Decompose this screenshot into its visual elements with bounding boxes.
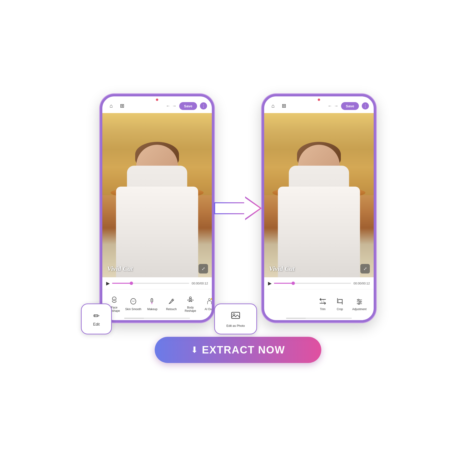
right-time-label: 00:00/00:12 [353, 282, 370, 285]
extract-now-button[interactable]: ⬇ EXTRACT NOW [155, 337, 321, 363]
left-toolbar-ai-outline[interactable]: ♛ AI Ou... [200, 294, 212, 313]
right-phone-notch [302, 96, 336, 103]
adjustment-icon [355, 296, 364, 306]
left-ai-outline-label: AI Ou... [205, 307, 212, 311]
crop-label: Crop [337, 307, 343, 311]
floating-edit-as-photo-button[interactable]: Edit as Photo [214, 304, 257, 334]
right-photo-area: Vivid Cut ⤢ [264, 113, 374, 277]
floating-edit-button[interactable]: ✏ Edit [81, 304, 112, 334]
left-more-button[interactable]: ⋮ [200, 102, 207, 110]
right-toolbar-trim[interactable]: Trim [314, 294, 331, 313]
right-forward-arrow[interactable]: → [334, 103, 338, 109]
right-notch-dot [318, 99, 320, 101]
left-nav-arrows: ← → [166, 103, 176, 109]
left-expand-icon[interactable]: ⤢ [198, 264, 208, 273]
left-time-label: 00:00/00:12 [192, 282, 208, 285]
right-expand-icon[interactable]: ⤢ [360, 264, 370, 273]
left-skin-smooth-label: Skin Smooth [125, 307, 141, 311]
left-progress-bar[interactable] [112, 283, 189, 284]
svg-marker-10 [215, 197, 260, 219]
edit-as-photo-icon [231, 311, 240, 322]
left-body-reshape-icon [186, 295, 195, 305]
right-nav-arrows: ← → [328, 103, 338, 109]
left-toolbar-body-reshape[interactable]: BodyReshape [181, 293, 200, 315]
edit-label: Edit [93, 322, 100, 327]
left-progress-dot [130, 282, 133, 285]
trim-icon [318, 296, 327, 306]
left-person-body [102, 138, 212, 278]
right-photo-sim: Vivid Cut ⤢ [264, 113, 374, 277]
right-home-icon[interactable]: ⌂ [269, 102, 277, 110]
left-photo-area: Vivid Cut ⤢ [102, 113, 212, 277]
left-skin-smooth-icon [128, 296, 138, 306]
right-back-arrow[interactable]: ← [328, 103, 332, 109]
svg-point-6 [208, 298, 210, 300]
left-toolbar-makeup[interactable]: Makeup [143, 294, 162, 313]
svg-point-5 [189, 297, 191, 299]
edit-pencil-icon: ✏ [93, 311, 100, 320]
left-phone-frame: ⌂ ⊞ ← → Save ⋮ [100, 94, 214, 322]
right-progress-dot [291, 282, 295, 285]
left-scroll-indicator [124, 318, 190, 319]
extract-label: EXTRACT NOW [202, 344, 285, 356]
left-play-button[interactable]: ▶ [106, 280, 110, 286]
left-back-arrow[interactable]: ← [166, 103, 170, 109]
right-phone-wrapper: ⌂ ⊞ ← → Save ⋮ [262, 94, 376, 322]
svg-rect-23 [232, 312, 240, 319]
svg-point-17 [360, 301, 361, 303]
right-progress-bar[interactable] [274, 283, 351, 284]
left-retouch-label: Retouch [166, 307, 177, 311]
left-watermark: Vivid Cut [107, 265, 133, 272]
left-home-icon[interactable]: ⌂ [107, 102, 115, 110]
phones-row: ⌂ ⊞ ← → Save ⋮ [100, 94, 376, 322]
left-photo-sim: Vivid Cut ⤢ [102, 113, 212, 277]
right-scroll-indicator [286, 318, 352, 319]
svg-rect-13 [339, 299, 342, 303]
right-dress [278, 186, 360, 277]
left-ai-outline-icon: ♛ [205, 296, 212, 306]
left-phone-wrapper: ⌂ ⊞ ← → Save ⋮ [100, 94, 214, 322]
main-container: ⌂ ⊞ ← → Save ⋮ [100, 94, 376, 363]
right-progress-fill [274, 283, 293, 284]
svg-point-0 [112, 297, 116, 301]
left-notch-dot [156, 99, 158, 101]
left-forward-arrow[interactable]: → [172, 103, 176, 109]
left-toolbar-retouch[interactable]: Retouch [162, 294, 181, 313]
right-scroll-fill [286, 318, 306, 319]
left-makeup-icon [148, 296, 157, 306]
left-scroll-fill [124, 318, 144, 319]
right-watermark: Vivid Cut [269, 265, 295, 272]
left-bottom-toolbar: FaceReshape Skin Smooth [102, 289, 212, 318]
crop-icon [335, 296, 345, 306]
adjustment-label: Adjustment [352, 307, 366, 311]
right-toolbar-ai-color[interactable]: 👑 AI Color [370, 293, 374, 315]
left-body-reshape-label: BodyReshape [185, 306, 196, 313]
arrow-container [212, 189, 264, 227]
right-gallery-icon[interactable]: ⊞ [280, 102, 288, 110]
right-phone-frame: ⌂ ⊞ ← → Save ⋮ [262, 94, 376, 322]
right-play-button[interactable]: ▶ [268, 280, 272, 286]
right-more-button[interactable]: ⋮ [362, 102, 369, 110]
left-dress [116, 186, 198, 277]
right-toolbar-crop[interactable]: Crop [331, 294, 348, 313]
svg-point-19 [358, 303, 360, 305]
right-bottom-toolbar: Trim Crop [264, 289, 374, 318]
svg-text:♛: ♛ [211, 298, 212, 300]
trim-label: Trim [320, 307, 326, 311]
right-toolbar-adjustment[interactable]: Adjustment [348, 294, 370, 313]
right-person-body [264, 138, 374, 278]
right-progress-area: ▶ 00:00/00:12 [264, 277, 374, 289]
left-gallery-icon[interactable]: ⊞ [118, 102, 126, 110]
left-toolbar-skin-smooth[interactable]: Skin Smooth [124, 294, 143, 313]
left-phone-notch [140, 96, 174, 103]
edit-as-photo-label: Edit as Photo [226, 324, 245, 328]
left-progress-fill [112, 283, 131, 284]
left-makeup-label: Makeup [147, 307, 158, 311]
right-save-button[interactable]: Save [341, 102, 359, 110]
left-save-button[interactable]: Save [179, 102, 197, 110]
left-retouch-icon [167, 296, 176, 306]
download-icon: ⬇ [191, 345, 198, 355]
left-progress-area: ▶ 00:00/00:12 [102, 277, 212, 289]
left-face-reshape-icon [110, 295, 119, 305]
svg-point-15 [358, 299, 359, 301]
